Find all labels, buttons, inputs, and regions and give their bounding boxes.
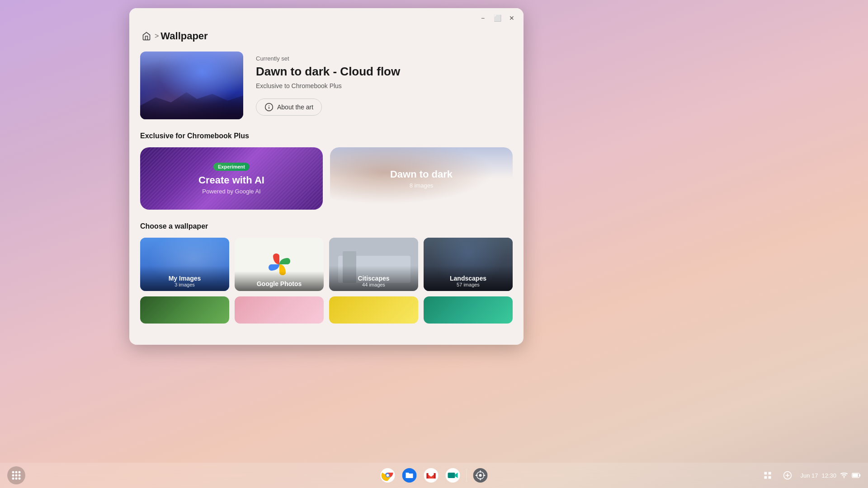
google-photos-name: Google Photos [239,280,319,287]
chromebook-plus-section: Exclusive for Chromebook Plus Experiment… [140,132,513,210]
experiment-badge: Experiment [213,163,250,171]
citiscapes-label: Citiscapes 44 images [329,266,418,291]
svg-point-11 [19,478,21,480]
google-photos-label: Google Photos [235,271,324,291]
svg-rect-33 [769,476,771,479]
dawn-card-content: Dawn to dark 8 images [330,147,513,210]
current-wallpaper-section: Currently set Dawn to dark - Cloud flow … [140,52,513,119]
svg-rect-32 [764,476,767,479]
svg-rect-30 [764,472,767,475]
wifi-icon [840,471,848,479]
taskbar-divider [467,469,467,482]
wallpaper-preview-image[interactable] [140,52,243,119]
svg-point-3 [12,471,14,474]
svg-rect-39 [859,474,861,477]
partial-tile-1[interactable] [140,296,229,324]
ai-card-title: Create with AI [198,174,264,186]
svg-rect-21 [448,473,455,478]
partial-wallpaper-row [140,296,513,324]
close-button[interactable]: ✕ [505,12,518,24]
my-images-tile[interactable]: My Images 3 images [140,238,229,291]
wallpaper-exclusive-label: Exclusive to Chromebook Plus [256,82,513,89]
svg-point-5 [19,471,21,474]
ai-card-content: Experiment Create with AI Powered by Goo… [140,147,323,210]
dawn-to-dark-card[interactable]: Dawn to dark 8 images [330,147,513,210]
chromebook-plus-title: Exclusive for Chromebook Plus [140,132,513,140]
svg-point-4 [15,471,18,474]
dawn-card-subtitle: 8 images [410,182,434,189]
taskbar-files[interactable] [400,465,420,485]
taskbar-center [378,465,491,485]
google-photos-tile[interactable]: Google Photos [235,238,324,291]
landscapes-count: 57 images [428,282,508,287]
featured-grid: Experiment Create with AI Powered by Goo… [140,147,513,210]
taskbar-left [7,466,25,484]
partial-tile-4[interactable] [424,296,513,324]
wallpaper-info: Currently set Dawn to dark - Cloud flow … [256,52,513,116]
notification-icon[interactable] [760,468,775,483]
citiscapes-count: 44 images [334,282,414,287]
taskbar-meet[interactable] [443,465,463,485]
maximize-button[interactable]: ⬜ [491,12,504,24]
time-display: 12:30 [821,472,836,479]
window-content: > Wallpaper Currently set Dawn to dark -… [129,28,524,345]
my-images-count: 3 images [145,282,225,287]
svg-point-10 [15,478,18,480]
svg-point-25 [479,474,482,477]
ai-card-subtitle: Powered by Google AI [202,188,260,195]
launcher-button[interactable] [7,466,25,484]
svg-point-9 [12,478,14,480]
landscapes-name: Landscapes [428,275,508,282]
about-art-label: About the art [277,103,313,111]
date-display: Jun 17 [800,472,818,479]
status-area[interactable]: Jun 17 12:30 [800,471,861,479]
svg-point-17 [424,468,439,483]
window-titlebar: − ⬜ ✕ [129,8,524,28]
taskbar-right: Jun 17 12:30 [760,468,861,483]
breadcrumb-current: Wallpaper [160,30,208,42]
create-with-ai-card[interactable]: Experiment Create with AI Powered by Goo… [140,147,323,210]
svg-rect-40 [853,474,858,477]
about-art-button[interactable]: About the art [256,99,322,116]
svg-rect-31 [769,472,771,475]
landscapes-label: Landscapes 57 images [424,266,513,291]
citiscapes-name: Citiscapes [334,275,414,282]
svg-rect-19 [434,473,436,479]
breadcrumb: > Wallpaper [140,30,513,42]
taskbar: Jun 17 12:30 [0,463,868,488]
battery-icon [852,472,861,479]
home-icon[interactable] [140,30,153,42]
wallpaper-grid: My Images 3 images [140,238,513,291]
svg-rect-18 [427,473,429,479]
currently-set-label: Currently set [256,55,513,62]
plus-icon[interactable] [780,468,795,483]
my-images-name: My Images [145,275,225,282]
svg-point-15 [387,474,389,477]
svg-point-7 [15,474,18,477]
landscapes-tile[interactable]: Landscapes 57 images [424,238,513,291]
citiscapes-tile[interactable]: Citiscapes 44 images [329,238,418,291]
partial-tile-3[interactable] [329,296,418,324]
wallpaper-window: − ⬜ ✕ > Wallpaper Currently set Dawn to … [129,8,524,345]
partial-tile-2[interactable] [235,296,324,324]
wallpaper-name: Dawn to dark - Cloud flow [256,65,513,79]
taskbar-gmail[interactable] [421,465,441,485]
svg-point-8 [19,474,21,477]
taskbar-wallpaper-app[interactable] [471,465,491,485]
svg-point-37 [844,477,844,478]
my-images-label: My Images 3 images [140,266,229,291]
taskbar-chrome[interactable] [378,465,398,485]
svg-point-6 [12,474,14,477]
minimize-button[interactable]: − [476,12,489,24]
dawn-card-title: Dawn to dark [390,169,453,180]
breadcrumb-arrow: > [155,32,159,40]
choose-wallpaper-title: Choose a wallpaper [140,222,513,230]
choose-wallpaper-section: Choose a wallpaper My Images 3 images [140,222,513,324]
